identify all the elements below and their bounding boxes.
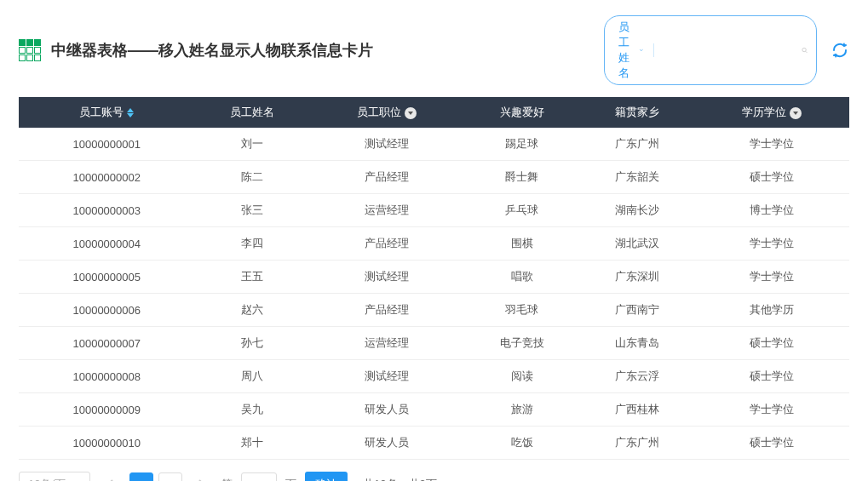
table-row[interactable]: 10000000008周八测试经理阅读广东云浮硕士学位 (19, 360, 849, 393)
cell-name: 陈二 (194, 161, 309, 194)
cell-id: 10000000009 (19, 393, 194, 427)
page-title: 中继器表格——移入姓名显示人物联系信息卡片 (51, 40, 604, 60)
cell-pos: 产品经理 (309, 227, 464, 261)
cell-hobby: 阅读 (464, 360, 579, 393)
pagination-info: 共12条，共2页 (363, 477, 437, 481)
cell-name: 孙七 (194, 327, 309, 360)
column-header[interactable]: 学历学位 (694, 97, 849, 128)
table-row[interactable]: 10000000006赵六产品经理羽毛球广西南宁其他学历 (19, 294, 849, 327)
cell-home: 广东广州 (579, 128, 694, 161)
column-header[interactable]: 籍贯家乡 (579, 97, 694, 128)
cell-pos: 研发人员 (309, 427, 464, 460)
cell-name: 刘一 (194, 128, 309, 161)
column-header[interactable]: 员工姓名 (194, 97, 309, 128)
per-page-select[interactable]: 10条/页 (19, 472, 90, 481)
cell-id: 10000000003 (19, 194, 194, 227)
svg-point-0 (802, 48, 806, 51)
grid-icon (19, 39, 41, 61)
cell-id: 10000000001 (19, 128, 194, 161)
cell-name: 吴九 (194, 393, 309, 427)
cell-home: 广东广州 (579, 427, 694, 460)
per-page-label: 10条/页 (28, 477, 66, 481)
cell-edu: 其他学历 (694, 294, 849, 327)
svg-line-1 (806, 51, 808, 53)
table-row[interactable]: 10000000002陈二产品经理爵士舞广东韶关硕士学位 (19, 161, 849, 194)
confirm-button[interactable]: 确认 (305, 472, 348, 481)
search-select-label: 员工姓名 (618, 20, 636, 81)
cell-hobby: 踢足球 (464, 128, 579, 161)
cell-edu: 硕士学位 (694, 360, 849, 393)
page-prefix: 第 (221, 477, 233, 481)
cell-edu: 硕士学位 (694, 161, 849, 194)
table-row[interactable]: 10000000010郑十研发人员吃饭广东广州硕士学位 (19, 427, 849, 460)
cell-hobby: 旅游 (464, 393, 579, 427)
cell-pos: 测试经理 (309, 360, 464, 393)
cell-home: 广东云浮 (579, 360, 694, 393)
search-field-select[interactable]: 员工姓名 (613, 20, 648, 81)
cell-hobby: 电子竞技 (464, 327, 579, 360)
cell-home: 广西南宁 (579, 294, 694, 327)
cell-pos: 产品经理 (309, 161, 464, 194)
cell-id: 10000000010 (19, 427, 194, 460)
sort-icon[interactable] (127, 108, 134, 117)
cell-home: 广西桂林 (579, 393, 694, 427)
cell-edu: 学士学位 (694, 227, 849, 261)
column-header[interactable]: 员工职位 (309, 97, 464, 128)
employee-table: 员工账号员工姓名员工职位兴趣爱好籍贯家乡学历学位 10000000001刘一测试… (19, 97, 849, 460)
cell-hobby: 围棋 (464, 227, 579, 261)
cell-id: 10000000005 (19, 261, 194, 294)
cell-name: 王五 (194, 261, 309, 294)
cell-id: 10000000004 (19, 227, 194, 261)
cell-home: 山东青岛 (579, 327, 694, 360)
next-page-button[interactable] (191, 472, 213, 481)
cell-pos: 测试经理 (309, 128, 464, 161)
page-button-1[interactable]: 1 (129, 472, 153, 481)
cell-edu: 学士学位 (694, 261, 849, 294)
cell-id: 10000000006 (19, 294, 194, 327)
chevron-down-icon (640, 48, 643, 53)
table-row[interactable]: 10000000009吴九研发人员旅游广西桂林学士学位 (19, 393, 849, 427)
cell-edu: 硕士学位 (694, 327, 849, 360)
cell-name: 赵六 (194, 294, 309, 327)
cell-pos: 运营经理 (309, 327, 464, 360)
cell-id: 10000000007 (19, 327, 194, 360)
cell-edu: 学士学位 (694, 128, 849, 161)
cell-hobby: 羽毛球 (464, 294, 579, 327)
prev-page-button[interactable] (99, 472, 121, 481)
cell-name: 李四 (194, 227, 309, 261)
table-row[interactable]: 10000000004李四产品经理围棋湖北武汉学士学位 (19, 227, 849, 261)
refresh-icon[interactable] (831, 41, 849, 60)
page-suffix: 页 (285, 477, 296, 481)
cell-home: 广东深圳 (579, 261, 694, 294)
cell-hobby: 爵士舞 (464, 161, 579, 194)
page-button-2[interactable]: 2 (158, 472, 182, 481)
table-row[interactable]: 10000000003张三运营经理乒乓球湖南长沙博士学位 (19, 194, 849, 227)
column-header[interactable]: 员工账号 (19, 97, 194, 128)
dropdown-icon[interactable] (405, 107, 417, 119)
cell-name: 周八 (194, 360, 309, 393)
search-box: 员工姓名 (604, 15, 817, 85)
cell-edu: 学士学位 (694, 393, 849, 427)
cell-home: 广东韶关 (579, 161, 694, 194)
table-row[interactable]: 10000000007孙七运营经理电子竞技山东青岛硕士学位 (19, 327, 849, 360)
cell-id: 10000000008 (19, 360, 194, 393)
cell-pos: 运营经理 (309, 194, 464, 227)
cell-pos: 研发人员 (309, 393, 464, 427)
cell-pos: 产品经理 (309, 294, 464, 327)
cell-hobby: 乒乓球 (464, 194, 579, 227)
page-input[interactable] (241, 472, 277, 481)
cell-id: 10000000002 (19, 161, 194, 194)
cell-name: 张三 (194, 194, 309, 227)
search-icon[interactable] (802, 43, 808, 57)
cell-name: 郑十 (194, 427, 309, 460)
cell-pos: 测试经理 (309, 261, 464, 294)
cell-home: 湖北武汉 (579, 227, 694, 261)
cell-hobby: 唱歌 (464, 261, 579, 294)
cell-edu: 博士学位 (694, 194, 849, 227)
cell-hobby: 吃饭 (464, 427, 579, 460)
column-header[interactable]: 兴趣爱好 (464, 97, 579, 128)
table-row[interactable]: 10000000001刘一测试经理踢足球广东广州学士学位 (19, 128, 849, 161)
dropdown-icon[interactable] (790, 107, 802, 119)
table-row[interactable]: 10000000005王五测试经理唱歌广东深圳学士学位 (19, 261, 849, 294)
search-input[interactable] (658, 44, 802, 57)
